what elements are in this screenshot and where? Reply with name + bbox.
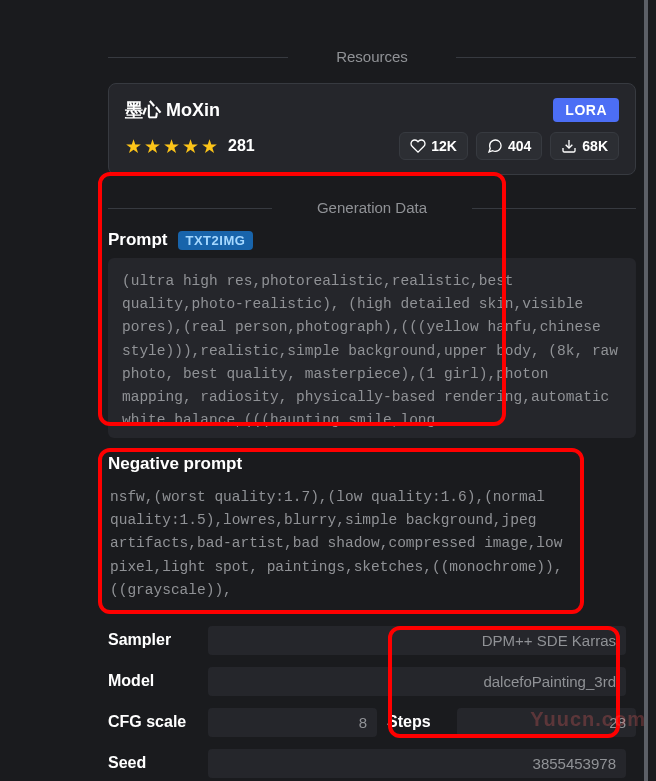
sampler-label: Sampler <box>108 631 208 649</box>
rating-count: 281 <box>228 137 255 155</box>
generation-type-badge: TXT2IMG <box>178 231 254 250</box>
scrollbar[interactable] <box>644 0 648 781</box>
download-icon <box>561 138 577 154</box>
resource-name: 墨心 MoXin <box>125 98 220 122</box>
star-icon: ★ <box>182 135 199 158</box>
generation-data-title: Generation Data <box>108 199 636 216</box>
model-label: Model <box>108 672 208 690</box>
negative-prompt-text[interactable]: nsfw,(worst quality:1.7),(low quality:1.… <box>108 482 636 606</box>
resource-card[interactable]: 墨心 MoXin LORA ★ ★ ★ ★ ★ 281 12K <box>108 83 636 175</box>
prompt-text[interactable]: (ultra high res,photorealistic,realistic… <box>108 258 636 438</box>
resources-section-title: Resources <box>108 48 636 65</box>
steps-value: 28 <box>457 708 636 737</box>
negative-prompt-label: Negative prompt <box>108 454 636 474</box>
seed-label: Seed <box>108 754 208 772</box>
seed-value: 3855453978 <box>208 749 626 778</box>
star-icon: ★ <box>163 135 180 158</box>
prompt-label: Prompt <box>108 230 168 250</box>
heart-icon <box>410 138 426 154</box>
comment-icon <box>487 138 503 154</box>
comments-count: 404 <box>508 138 531 154</box>
downloads-count: 68K <box>582 138 608 154</box>
model-value: dalcefoPainting_3rd <box>208 667 626 696</box>
likes-count: 12K <box>431 138 457 154</box>
likes-chip[interactable]: 12K <box>399 132 468 160</box>
star-icon: ★ <box>201 135 218 158</box>
downloads-chip[interactable]: 68K <box>550 132 619 160</box>
sampler-value: DPM++ SDE Karras <box>208 626 626 655</box>
star-icon: ★ <box>125 135 142 158</box>
resource-type-badge: LORA <box>553 98 619 122</box>
rating[interactable]: ★ ★ ★ ★ ★ 281 <box>125 135 255 158</box>
steps-label: Steps <box>387 713 457 731</box>
comments-chip[interactable]: 404 <box>476 132 542 160</box>
star-icon: ★ <box>144 135 161 158</box>
cfg-label: CFG scale <box>108 713 208 731</box>
cfg-value: 8 <box>208 708 377 737</box>
